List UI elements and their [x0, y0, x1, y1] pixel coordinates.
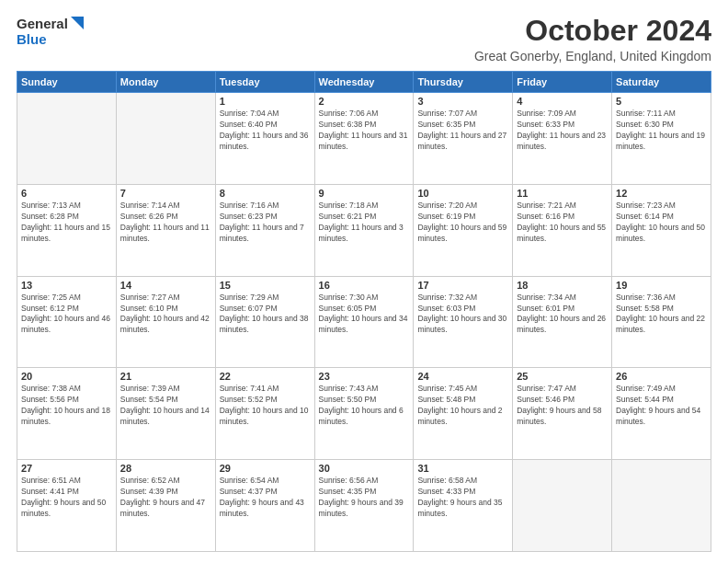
day-number: 21 — [120, 371, 211, 382]
cell-info: Sunset: 6:28 PM — [21, 212, 112, 223]
calendar-cell: 20Sunrise: 7:38 AMSunset: 5:56 PMDayligh… — [17, 368, 117, 460]
calendar-day-header: Tuesday — [215, 72, 314, 93]
calendar-cell — [116, 93, 215, 185]
calendar-cell: 3Sunrise: 7:07 AMSunset: 6:35 PMDaylight… — [414, 93, 513, 185]
cell-info: Daylight: 10 hours and 18 minutes. — [21, 406, 112, 428]
day-number: 8 — [220, 188, 311, 199]
calendar-cell: 25Sunrise: 7:47 AMSunset: 5:46 PMDayligh… — [513, 368, 612, 460]
cell-info: Daylight: 9 hours and 35 minutes. — [417, 498, 508, 520]
cell-info: Daylight: 11 hours and 15 minutes. — [21, 223, 112, 245]
cell-info: Sunset: 6:35 PM — [417, 120, 508, 131]
page: General Blue October 2024 Great Gonerby,… — [0, 0, 728, 563]
cell-info: Daylight: 10 hours and 55 minutes. — [517, 223, 608, 245]
day-number: 3 — [417, 96, 508, 107]
title-section: October 2024 Great Gonerby, England, Uni… — [474, 15, 711, 63]
calendar-cell: 16Sunrise: 7:30 AMSunset: 6:05 PMDayligh… — [314, 276, 414, 368]
cell-info: Sunset: 6:07 PM — [220, 304, 311, 315]
day-number: 4 — [517, 96, 608, 107]
cell-info: Daylight: 11 hours and 23 minutes. — [517, 131, 608, 153]
cell-info: Daylight: 11 hours and 31 minutes. — [319, 131, 410, 153]
day-number: 5 — [616, 96, 707, 107]
calendar-day-header: Wednesday — [314, 72, 414, 93]
calendar-cell: 1Sunrise: 7:04 AMSunset: 6:40 PMDaylight… — [215, 93, 314, 185]
cell-info: Sunset: 6:16 PM — [517, 212, 608, 223]
cell-info: Sunrise: 7:06 AM — [319, 109, 410, 120]
day-number: 19 — [616, 280, 707, 291]
calendar-cell — [17, 93, 117, 185]
cell-info: Sunrise: 7:34 AM — [517, 293, 608, 304]
calendar-cell: 27Sunrise: 6:51 AMSunset: 4:41 PMDayligh… — [17, 460, 117, 552]
cell-info: Sunset: 5:46 PM — [517, 395, 608, 406]
day-number: 20 — [21, 371, 112, 382]
cell-info: Sunset: 6:19 PM — [417, 212, 508, 223]
cell-info: Sunset: 5:54 PM — [120, 395, 211, 406]
cell-info: Sunrise: 7:04 AM — [220, 109, 311, 120]
cell-info: Sunrise: 7:18 AM — [319, 201, 410, 212]
cell-info: Daylight: 10 hours and 14 minutes. — [120, 406, 211, 428]
cell-info: Sunrise: 7:07 AM — [417, 109, 508, 120]
cell-info: Daylight: 10 hours and 26 minutes. — [517, 314, 608, 336]
cell-info: Daylight: 9 hours and 47 minutes. — [120, 498, 211, 520]
calendar-cell: 31Sunrise: 6:58 AMSunset: 4:33 PMDayligh… — [414, 460, 513, 552]
cell-info: Daylight: 11 hours and 36 minutes. — [220, 131, 311, 153]
cell-info: Daylight: 10 hours and 22 minutes. — [616, 314, 707, 336]
cell-info: Sunrise: 7:49 AM — [616, 384, 707, 395]
day-number: 1 — [220, 96, 311, 107]
cell-info: Sunset: 6:30 PM — [616, 120, 707, 131]
cell-info: Daylight: 10 hours and 10 minutes. — [220, 406, 311, 428]
calendar-cell: 5Sunrise: 7:11 AMSunset: 6:30 PMDaylight… — [612, 93, 711, 185]
calendar-cell: 12Sunrise: 7:23 AMSunset: 6:14 PMDayligh… — [612, 184, 711, 276]
cell-info: Daylight: 9 hours and 39 minutes. — [319, 498, 410, 520]
logo-blue-text: Blue — [17, 31, 47, 47]
day-number: 18 — [517, 280, 608, 291]
day-number: 29 — [220, 463, 311, 474]
calendar-cell: 28Sunrise: 6:52 AMSunset: 4:39 PMDayligh… — [116, 460, 215, 552]
cell-info: Sunrise: 7:09 AM — [517, 109, 608, 120]
cell-info: Sunset: 6:26 PM — [120, 212, 211, 223]
calendar-cell: 15Sunrise: 7:29 AMSunset: 6:07 PMDayligh… — [215, 276, 314, 368]
cell-info: Sunrise: 6:56 AM — [319, 476, 410, 487]
day-number: 13 — [21, 280, 112, 291]
cell-info: Sunset: 6:33 PM — [517, 120, 608, 131]
cell-info: Sunrise: 7:45 AM — [417, 384, 508, 395]
day-number: 17 — [417, 280, 508, 291]
cell-info: Sunset: 6:40 PM — [220, 120, 311, 131]
cell-info: Sunset: 4:33 PM — [417, 487, 508, 498]
day-number: 24 — [417, 371, 508, 382]
calendar-week-row: 27Sunrise: 6:51 AMSunset: 4:41 PMDayligh… — [17, 460, 711, 552]
cell-info: Daylight: 10 hours and 46 minutes. — [21, 314, 112, 336]
cell-info: Daylight: 9 hours and 54 minutes. — [616, 406, 707, 428]
cell-info: Sunrise: 7:16 AM — [220, 201, 311, 212]
day-number: 7 — [120, 188, 211, 199]
svg-marker-0 — [71, 17, 84, 29]
cell-info: Sunrise: 7:47 AM — [517, 384, 608, 395]
cell-info: Sunrise: 7:32 AM — [417, 293, 508, 304]
logo-general-text: General — [17, 16, 68, 31]
calendar-day-header: Saturday — [612, 72, 711, 93]
day-number: 27 — [21, 463, 112, 474]
calendar-week-row: 20Sunrise: 7:38 AMSunset: 5:56 PMDayligh… — [17, 368, 711, 460]
calendar-cell: 29Sunrise: 6:54 AMSunset: 4:37 PMDayligh… — [215, 460, 314, 552]
calendar-cell: 8Sunrise: 7:16 AMSunset: 6:23 PMDaylight… — [215, 184, 314, 276]
calendar-cell: 17Sunrise: 7:32 AMSunset: 6:03 PMDayligh… — [414, 276, 513, 368]
cell-info: Daylight: 10 hours and 59 minutes. — [417, 223, 508, 245]
cell-info: Sunrise: 7:11 AM — [616, 109, 707, 120]
day-number: 10 — [417, 188, 508, 199]
day-number: 22 — [220, 371, 311, 382]
cell-info: Sunset: 5:56 PM — [21, 395, 112, 406]
calendar-day-header: Thursday — [414, 72, 513, 93]
calendar-cell — [612, 460, 711, 552]
cell-info: Sunset: 6:14 PM — [616, 212, 707, 223]
cell-info: Daylight: 11 hours and 7 minutes. — [220, 223, 311, 245]
calendar-cell: 4Sunrise: 7:09 AMSunset: 6:33 PMDaylight… — [513, 93, 612, 185]
cell-info: Sunset: 4:37 PM — [220, 487, 311, 498]
calendar-table: SundayMondayTuesdayWednesdayThursdayFrid… — [17, 71, 711, 552]
calendar-cell: 30Sunrise: 6:56 AMSunset: 4:35 PMDayligh… — [314, 460, 414, 552]
day-number: 9 — [319, 188, 410, 199]
cell-info: Sunrise: 6:52 AM — [120, 476, 211, 487]
cell-info: Daylight: 11 hours and 3 minutes. — [319, 223, 410, 245]
cell-info: Daylight: 9 hours and 43 minutes. — [220, 498, 311, 520]
cell-info: Sunrise: 7:39 AM — [120, 384, 211, 395]
calendar-week-row: 13Sunrise: 7:25 AMSunset: 6:12 PMDayligh… — [17, 276, 711, 368]
cell-info: Sunrise: 7:14 AM — [120, 201, 211, 212]
